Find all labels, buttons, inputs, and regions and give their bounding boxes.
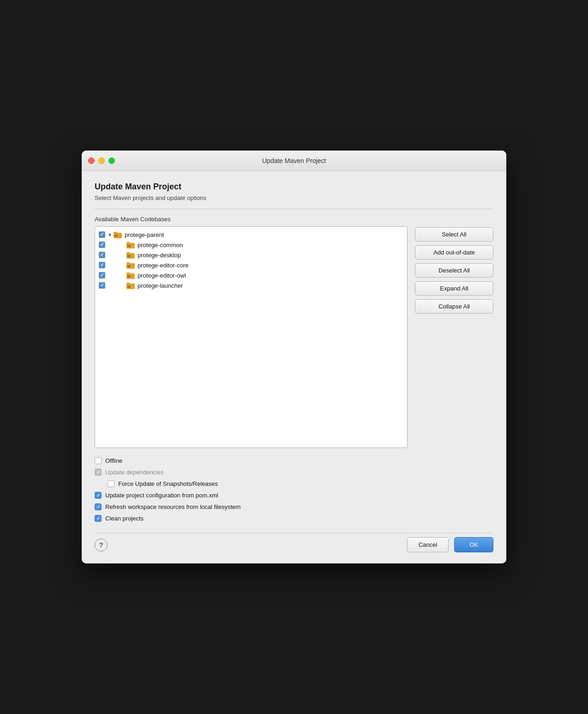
dialog-window: Update Maven Project Update Maven Projec… <box>82 151 506 563</box>
dialog-subtitle: Select Maven projects and update options <box>95 194 493 201</box>
option-label-offline: Offline <box>105 457 122 464</box>
tree-container[interactable]: ▼ M protege-parent <box>95 226 408 448</box>
tree-arrow-protege-desktop <box>107 253 113 258</box>
folder-icon-protege-launcher: M <box>126 282 136 289</box>
tree-item-label-protege-desktop: protege-desktop <box>138 252 181 259</box>
section-label: Available Maven Codebases <box>95 216 493 223</box>
maximize-button[interactable] <box>108 157 115 164</box>
cancel-button[interactable]: Cancel <box>407 537 449 552</box>
help-button[interactable]: ? <box>95 539 108 551</box>
tree-item-protege-common[interactable]: M protege-common <box>97 240 405 250</box>
dialog-header: Update Maven Project Select Maven projec… <box>95 182 493 201</box>
tree-item-protege-launcher[interactable]: M protege-launcher <box>97 280 405 290</box>
option-label-update-project-config: Update project configuration from pom.xm… <box>105 492 218 499</box>
title-bar: Update Maven Project <box>82 151 506 171</box>
option-row-clean-projects: Clean projects <box>95 515 493 522</box>
dialog-title: Update Maven Project <box>95 182 493 192</box>
tree-item-protege-parent[interactable]: ▼ M protege-parent <box>97 230 405 240</box>
checkbox-refresh-workspace[interactable] <box>95 503 102 510</box>
checkbox-update-project-config[interactable] <box>95 492 102 499</box>
sidebar-buttons: Select All Add out-of-date Deselect All … <box>415 226 493 448</box>
options-section: Offline Update dependencies Force Update… <box>95 457 493 522</box>
checkbox-protege-parent[interactable] <box>99 231 105 238</box>
header-divider <box>95 209 493 209</box>
checkbox-update-dependencies <box>95 469 102 476</box>
tree-item-label-protege-editor-owl: protege-editor-owl <box>138 272 186 279</box>
tree-arrow-protege-editor-owl <box>107 273 113 278</box>
option-label-force-update: Force Update of Snapshots/Releases <box>118 480 218 487</box>
checkbox-force-update[interactable] <box>108 480 114 487</box>
option-row-update-dependencies: Update dependencies <box>95 469 493 476</box>
deselect-all-button[interactable]: Deselect All <box>415 263 493 278</box>
tree-arrow-protege-parent: ▼ <box>107 232 113 237</box>
select-all-button[interactable]: Select All <box>415 227 493 242</box>
tree-item-label-protege-launcher: protege-launcher <box>138 282 183 289</box>
add-out-of-date-button[interactable]: Add out-of-date <box>415 245 493 260</box>
ok-button[interactable]: OK <box>454 537 493 552</box>
option-label-refresh-workspace: Refresh workspace resources from local f… <box>105 503 240 510</box>
main-area: ▼ M protege-parent <box>95 226 493 448</box>
option-row-force-update: Force Update of Snapshots/Releases <box>108 480 493 487</box>
checkbox-protege-common[interactable] <box>99 242 105 248</box>
tree-item-protege-editor-core[interactable]: M protege-editor-core <box>97 260 405 270</box>
option-row-offline: Offline <box>95 457 493 464</box>
tree-arrow-protege-common <box>107 242 113 248</box>
expand-all-button[interactable]: Expand All <box>415 281 493 296</box>
checkbox-offline[interactable] <box>95 457 102 464</box>
checkbox-protege-editor-owl[interactable] <box>99 272 105 278</box>
tree-arrow-protege-editor-core <box>107 263 113 268</box>
close-button[interactable] <box>88 157 95 164</box>
option-row-refresh-workspace: Refresh workspace resources from local f… <box>95 503 493 510</box>
window-content: Update Maven Project Select Maven projec… <box>82 171 506 563</box>
tree-item-protege-desktop[interactable]: M protege-desktop <box>97 250 405 260</box>
checkbox-clean-projects[interactable] <box>95 515 102 522</box>
option-row-update-project-config: Update project configuration from pom.xm… <box>95 492 493 499</box>
folder-icon-protege-editor-owl: M <box>126 272 136 279</box>
folder-icon-protege-common: M <box>126 241 136 248</box>
folder-icon-protege-editor-core: M <box>126 261 136 269</box>
collapse-all-button[interactable]: Collapse All <box>415 299 493 314</box>
tree-item-label-protege-parent: protege-parent <box>125 231 164 238</box>
checkbox-protege-editor-core[interactable] <box>99 262 105 268</box>
tree-arrow-protege-launcher <box>107 283 113 288</box>
option-label-update-dependencies: Update dependencies <box>105 469 164 476</box>
folder-icon-protege-desktop: M <box>126 251 136 259</box>
tree-item-label-protege-editor-core: protege-editor-core <box>138 262 189 269</box>
tree-item-label-protege-common: protege-common <box>138 242 183 248</box>
option-label-clean-projects: Clean projects <box>105 515 144 522</box>
folder-icon-protege-parent: M <box>114 231 123 238</box>
traffic-lights <box>88 157 115 164</box>
footer: ? Cancel OK <box>95 533 493 552</box>
checkbox-protege-launcher[interactable] <box>99 282 105 289</box>
window-title: Update Maven Project <box>262 157 326 164</box>
checkbox-protege-desktop[interactable] <box>99 252 105 258</box>
tree-item-protege-editor-owl[interactable]: M protege-editor-owl <box>97 270 405 280</box>
minimize-button[interactable] <box>98 157 105 164</box>
